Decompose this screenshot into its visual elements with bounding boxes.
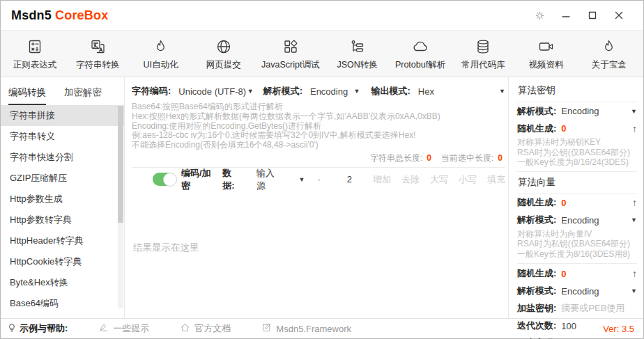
- uppercase-button[interactable]: 大写: [430, 173, 448, 186]
- sidebar-item-httpheader-dict[interactable]: HttpHeader转字典: [1, 230, 124, 251]
- blocks-icon: [282, 37, 299, 55]
- tool-about[interactable]: 关于宝盒: [584, 37, 634, 71]
- pen-sign-icon: [98, 322, 109, 335]
- app-title: Msdn5CoreBox: [11, 8, 108, 23]
- tool-regex[interactable]: 正则表达式: [10, 37, 60, 71]
- docs-label: 官方文档: [194, 322, 231, 335]
- add-button[interactable]: 增加: [373, 173, 391, 186]
- sidebar-item-bytehex[interactable]: Byte&Hex转换: [1, 272, 124, 293]
- help-label: 示例与帮助:: [20, 322, 68, 335]
- up-arrow-icon[interactable]: ↑: [632, 197, 637, 208]
- selected-length-label: 当前选中长度:: [441, 153, 493, 163]
- hint-line: RSA时为私钥(仅BASE64部分): [517, 239, 637, 249]
- salt-random-row: 随机生成: 0 ↑: [517, 265, 637, 283]
- sidebar-list: 字符串拼接 字符串转义 字符串快速分割 GZIP压缩解压 Http参数生成 Ht…: [1, 105, 124, 318]
- maximize-button[interactable]: [579, 5, 606, 26]
- iv-section-title: 算法向量: [517, 173, 637, 194]
- output-mode-dropdown[interactable]: Hex ▼: [418, 86, 505, 97]
- tool-javascript-debug[interactable]: JavaScript调试: [261, 37, 319, 71]
- salt-key-label: 加盐密钥:: [517, 302, 556, 315]
- parse-mode-value[interactable]: Encoding: [561, 215, 599, 226]
- iv-hints: 对称算法时为向量IV RSA时为私钥(仅BASE64部分) 一般Key长度为8/…: [517, 229, 637, 260]
- parse-mode-value: Encoding: [310, 86, 348, 97]
- framework-link[interactable]: Msdn5.Framework: [261, 322, 351, 335]
- hint-line: 例:aes-128-cbc iv为:16个0,这时候需要填写32个0到IV中,解…: [132, 131, 505, 141]
- encode-encrypt-toggle[interactable]: [153, 173, 176, 186]
- flame-icon: [153, 37, 169, 55]
- output-mode-value: Hex: [418, 86, 434, 97]
- app-title-accent: CoreBox: [55, 8, 108, 22]
- random-generate-label: 随机生成:: [517, 267, 556, 280]
- tab-encrypt-decrypt[interactable]: 加密解密: [64, 86, 102, 105]
- globe-icon: [215, 37, 232, 55]
- close-button[interactable]: [606, 5, 632, 26]
- minimize-button[interactable]: [553, 5, 579, 26]
- random-generate-value[interactable]: 0: [561, 269, 566, 279]
- tips-link[interactable]: 一些提示: [98, 322, 149, 335]
- tool-label: 网页提交: [206, 59, 241, 71]
- main-area: 编码转换 加密解密 字符串拼接 字符串转义 字符串快速分割 GZIP压缩解压 H…: [1, 77, 643, 318]
- toggle-label: 编码/加密: [181, 167, 217, 192]
- sidebar-scrollbar-track[interactable]: [118, 106, 123, 308]
- tool-protobuf-parse[interactable]: Protobuf解析: [395, 37, 445, 71]
- chevron-down-icon: ▼: [354, 88, 360, 95]
- lowercase-button[interactable]: 小写: [459, 173, 477, 186]
- remove-button[interactable]: 去除: [401, 173, 420, 186]
- sidebar-item-httpcookie-dict[interactable]: HttpCookie转字典: [1, 251, 124, 272]
- sidebar-item-http-param-dict[interactable]: Http参数转字典: [1, 210, 124, 230]
- parse-mode-label: 解析模式:: [517, 285, 556, 297]
- encoding-options-row: 字符编码: Unicode (UTF-8) ▼ 解析模式: Encoding ▼…: [132, 84, 505, 99]
- chevron-down-icon[interactable]: ▼: [299, 176, 305, 183]
- parse-mode-dropdown[interactable]: Encoding ▼: [310, 86, 360, 97]
- tool-web-submit[interactable]: 网页提交: [199, 37, 249, 71]
- range-separator: -: [317, 174, 320, 184]
- chevron-down-icon[interactable]: ▼: [631, 216, 637, 223]
- sidebar-item-http-param-gen[interactable]: Http参数生成: [1, 189, 124, 210]
- count-field[interactable]: 2: [347, 174, 352, 184]
- tool-video-material[interactable]: 视频资料: [521, 37, 572, 71]
- sidebar-item-string-concat[interactable]: 字符串拼接: [1, 105, 124, 126]
- random-generate-value[interactable]: 0: [561, 198, 566, 208]
- result-placeholder[interactable]: 结果显示在这里: [132, 242, 505, 254]
- tool-string-convert[interactable]: 字符串转换: [72, 37, 123, 71]
- input-textarea[interactable]: [132, 191, 505, 242]
- pad-button[interactable]: 填充: [487, 173, 505, 186]
- hint-line: 一般Key长度为8/16(3DES用8): [517, 249, 637, 260]
- minimize-icon: [562, 11, 570, 19]
- sidebar-item-base64[interactable]: Base64编码: [1, 293, 124, 314]
- chevron-down-icon[interactable]: ▼: [631, 108, 637, 115]
- hint-line: 对称算法时为向量IV: [517, 229, 637, 239]
- tool-code-library[interactable]: 常用代码库: [458, 37, 508, 71]
- tab-encoding-convert[interactable]: 编码转换: [8, 86, 46, 105]
- chevron-down-icon[interactable]: ▼: [631, 287, 637, 294]
- tool-json-convert[interactable]: JSON转换: [332, 37, 383, 71]
- tips-label: 一些提示: [113, 322, 149, 335]
- parse-mode-value[interactable]: Encoding: [561, 106, 599, 116]
- up-arrow-icon[interactable]: ↑: [632, 123, 637, 134]
- sidebar-item-gzip[interactable]: GZIP压缩解压: [1, 168, 124, 189]
- parse-mode-value[interactable]: Encoding: [561, 286, 599, 297]
- sidebar-item-string-escape[interactable]: 字符串转义: [1, 126, 124, 147]
- data-source-value[interactable]: 输入源: [256, 167, 282, 192]
- tool-ui-automation[interactable]: UI自动化: [136, 37, 186, 71]
- regex-icon: [26, 37, 43, 55]
- version-text: Ver: 3.5: [603, 324, 634, 334]
- random-generate-value[interactable]: 0: [561, 123, 566, 134]
- chevron-down-icon: ▼: [247, 88, 254, 95]
- sidebar: 编码转换 加密解密 字符串拼接 字符串转义 字符串快速分割 GZIP压缩解压 H…: [1, 77, 125, 318]
- sidebar-tabs: 编码转换 加密解密: [1, 77, 124, 105]
- content-area: 字符编码: Unicode (UTF-8) ▼ 解析模式: Encoding ▼…: [125, 77, 508, 318]
- tool-label: 常用代码库: [461, 59, 505, 71]
- salt-parse-mode-row: 解析模式: Encoding ▼: [517, 283, 637, 300]
- salt-key-field[interactable]: 摘要或PEB使用: [561, 302, 624, 315]
- database-icon: [475, 37, 491, 55]
- random-generate-label: 随机生成:: [517, 196, 556, 209]
- charset-dropdown[interactable]: Unicode (UTF-8) ▼: [178, 86, 253, 97]
- settings-button[interactable]: [526, 5, 553, 26]
- sidebar-scrollbar-thumb[interactable]: [118, 106, 123, 223]
- up-arrow-icon[interactable]: ↑: [632, 268, 637, 279]
- sidebar-item-string-split[interactable]: 字符串快速分割: [1, 147, 124, 168]
- hint-line: RSA时为公钥(仅BASE64部分): [517, 148, 637, 158]
- action-row: 编码/加密 数据: 输入源 ▼ - 2 增加 去除 大写 小写 填充: [132, 168, 505, 191]
- docs-link[interactable]: 官方文档: [180, 322, 231, 335]
